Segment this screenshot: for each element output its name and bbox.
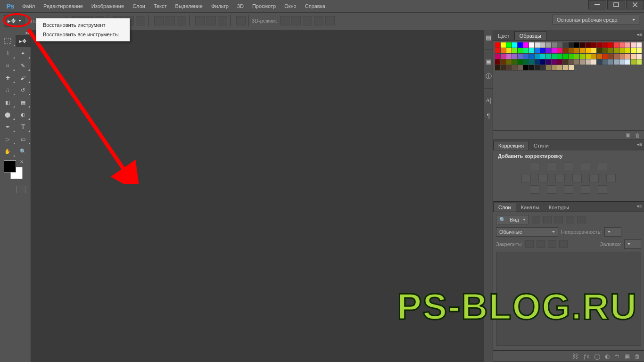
color-balance-icon[interactable] bbox=[538, 174, 548, 182]
vibrance-icon[interactable] bbox=[598, 163, 607, 171]
crop-tool[interactable]: ⌗ bbox=[0, 59, 16, 72]
levels-icon[interactable] bbox=[547, 163, 556, 171]
brightness-icon[interactable] bbox=[530, 163, 539, 171]
distribute-vcenter-icon[interactable] bbox=[165, 16, 175, 25]
posterize-icon[interactable] bbox=[547, 185, 556, 194]
swatch[interactable] bbox=[603, 48, 608, 54]
swatch[interactable] bbox=[518, 54, 523, 59]
character-icon[interactable]: A| bbox=[484, 96, 493, 105]
swatch[interactable] bbox=[603, 54, 608, 59]
swatch[interactable] bbox=[518, 65, 523, 71]
swatch[interactable] bbox=[535, 42, 540, 48]
maximize-button[interactable] bbox=[607, 0, 625, 9]
clone-stamp-tool[interactable]: ⎍ bbox=[0, 84, 16, 96]
swatch[interactable] bbox=[563, 54, 569, 59]
filter-pixel-icon[interactable] bbox=[532, 216, 540, 223]
swatch[interactable] bbox=[495, 59, 501, 65]
swatch[interactable] bbox=[540, 59, 546, 65]
menu-окно[interactable]: Окно bbox=[280, 0, 301, 12]
swatch[interactable] bbox=[563, 48, 569, 54]
new-layer-icon[interactable]: ▣ bbox=[625, 353, 630, 360]
tab-adjustments[interactable]: Коррекция bbox=[493, 141, 529, 150]
swatch[interactable] bbox=[569, 42, 574, 48]
menu-справка[interactable]: Справка bbox=[301, 0, 330, 12]
color-lookup-icon[interactable] bbox=[606, 174, 616, 182]
3d-roll-icon[interactable] bbox=[291, 16, 301, 25]
3d-orbit-icon[interactable] bbox=[280, 16, 289, 25]
layer-filter-select[interactable]: 🔍Вид bbox=[496, 215, 529, 224]
tab-layers[interactable]: Слои bbox=[493, 203, 516, 212]
swatch[interactable] bbox=[569, 54, 574, 59]
lock-image-icon[interactable] bbox=[537, 240, 545, 248]
type-tool[interactable]: T bbox=[16, 121, 31, 133]
path-select-tool[interactable]: ▷ bbox=[0, 133, 16, 145]
swatch[interactable] bbox=[586, 59, 591, 65]
swatch[interactable] bbox=[552, 48, 557, 54]
swatch[interactable] bbox=[580, 42, 586, 48]
filter-shape-icon[interactable] bbox=[566, 216, 574, 223]
swatch[interactable] bbox=[529, 59, 535, 65]
swatch[interactable] bbox=[569, 65, 574, 71]
swatch[interactable] bbox=[512, 59, 518, 65]
photo-filter-icon[interactable] bbox=[572, 174, 582, 182]
channel-mixer-icon[interactable] bbox=[589, 174, 599, 182]
panel-menu-icon[interactable]: ▾≡ bbox=[637, 32, 642, 37]
bw-icon[interactable] bbox=[555, 174, 565, 182]
3d-zoom-icon[interactable] bbox=[325, 16, 335, 25]
menu-изображение[interactable]: Изображение bbox=[87, 0, 128, 12]
minimize-button[interactable] bbox=[588, 0, 606, 9]
dodge-tool[interactable]: ◐ bbox=[16, 108, 31, 121]
swatch[interactable] bbox=[523, 65, 529, 71]
selective-color-icon[interactable] bbox=[598, 185, 607, 194]
swatch[interactable] bbox=[619, 42, 625, 48]
swatch[interactable] bbox=[501, 65, 506, 71]
swatch[interactable] bbox=[529, 65, 535, 71]
swatch[interactable] bbox=[608, 54, 614, 59]
menu-просмотр[interactable]: Просмотр bbox=[248, 0, 280, 12]
zoom-tool[interactable]: 🔍 bbox=[16, 145, 31, 157]
swatch[interactable] bbox=[591, 54, 597, 59]
swatch[interactable] bbox=[574, 48, 580, 54]
swatch[interactable] bbox=[625, 42, 631, 48]
history-brush-tool[interactable]: ↺ bbox=[16, 84, 31, 96]
healing-brush-tool[interactable]: ✚ bbox=[0, 72, 16, 84]
swatch[interactable] bbox=[619, 48, 625, 54]
menu-3d[interactable]: 3D bbox=[233, 0, 248, 12]
filter-smart-icon[interactable] bbox=[577, 216, 586, 223]
blend-mode-select[interactable]: Обычные bbox=[496, 227, 558, 237]
swatch[interactable] bbox=[631, 48, 636, 54]
layer-mask-icon[interactable]: ◯ bbox=[594, 353, 600, 360]
3d-pan-icon[interactable] bbox=[303, 16, 312, 25]
lasso-tool[interactable]: ⌇ bbox=[0, 47, 16, 59]
threshold-icon[interactable] bbox=[564, 185, 573, 194]
swatch[interactable] bbox=[523, 48, 529, 54]
move-tool[interactable]: ▸✥ bbox=[16, 35, 31, 47]
lock-transparent-icon[interactable] bbox=[525, 240, 534, 248]
swatch[interactable] bbox=[506, 48, 512, 54]
swatch[interactable] bbox=[636, 42, 642, 48]
opacity-input[interactable] bbox=[604, 227, 621, 237]
swatch[interactable] bbox=[586, 54, 591, 59]
curves-icon[interactable] bbox=[564, 163, 573, 171]
swatch[interactable] bbox=[625, 48, 631, 54]
tab-channels[interactable]: Каналы bbox=[516, 203, 544, 212]
swatch[interactable] bbox=[563, 42, 569, 48]
paragraph-icon[interactable]: ¶ bbox=[484, 111, 493, 120]
swatch[interactable] bbox=[574, 54, 580, 59]
swatch[interactable] bbox=[512, 54, 518, 59]
swatch[interactable] bbox=[506, 65, 512, 71]
swatch[interactable] bbox=[552, 59, 557, 65]
swatch[interactable] bbox=[552, 65, 557, 71]
swatch[interactable] bbox=[591, 48, 597, 54]
swatch[interactable] bbox=[540, 42, 546, 48]
swatches-grid[interactable] bbox=[495, 42, 642, 71]
filter-type-icon[interactable] bbox=[554, 216, 563, 223]
swatch[interactable] bbox=[614, 42, 619, 48]
swatch[interactable] bbox=[506, 42, 512, 48]
delete-swatch-icon[interactable]: 🗑 bbox=[635, 132, 640, 138]
layer-fx-icon[interactable]: ƒx bbox=[583, 353, 589, 360]
exposure-icon[interactable] bbox=[581, 163, 590, 171]
swatch[interactable] bbox=[597, 42, 603, 48]
swatch[interactable] bbox=[591, 42, 597, 48]
swatch[interactable] bbox=[608, 48, 614, 54]
